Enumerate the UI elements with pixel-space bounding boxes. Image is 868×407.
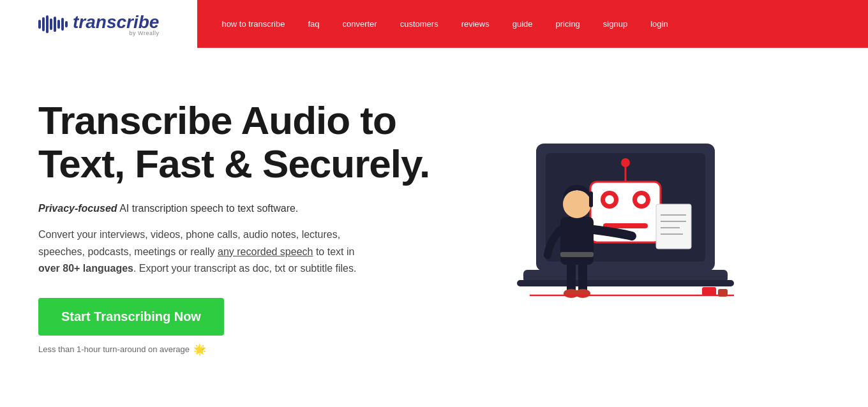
svg-point-20: [575, 289, 590, 298]
nav-item-signup[interactable]: signup: [592, 0, 639, 48]
logo-text: transcribe: [73, 12, 159, 32]
svg-rect-12: [656, 204, 691, 249]
start-transcribing-button[interactable]: Start Transcribing Now: [38, 298, 224, 336]
sparkle-icon: 🌟: [193, 343, 206, 355]
logo-icon: [38, 14, 68, 34]
description-link[interactable]: any recorded speech: [218, 246, 313, 257]
svg-rect-24: [589, 191, 593, 207]
svg-point-8: [637, 195, 646, 204]
nav-item-guide[interactable]: guide: [501, 0, 544, 48]
nav-item-login[interactable]: login: [639, 0, 679, 48]
svg-rect-22: [560, 252, 594, 257]
svg-rect-3: [517, 280, 734, 286]
hero-text: Transcribe Audio to Text, Fast & Securel…: [38, 86, 485, 355]
cta-subtext: Less than 1-hour turn-around on average …: [38, 343, 485, 355]
tagline-bold: Privacy-focused: [38, 203, 117, 214]
description: Convert your interviews, videos, phone c…: [38, 226, 370, 277]
nav-item-faq[interactable]: faq: [296, 0, 331, 48]
nav-item-how-to-transcribe[interactable]: how to transcribe: [210, 0, 296, 48]
tagline-rest: AI transcription speech to text software…: [117, 203, 299, 214]
nav-item-customers[interactable]: customers: [389, 0, 450, 48]
nav-item-pricing[interactable]: pricing: [544, 0, 592, 48]
nav: how to transcribe faq converter customer…: [197, 0, 868, 48]
description-part2: to text in: [313, 246, 354, 257]
main-content: Transcribe Audio to Text, Fast & Securel…: [0, 48, 868, 407]
svg-rect-17: [567, 262, 576, 293]
svg-point-23: [563, 190, 591, 218]
hero-illustration: [485, 86, 753, 309]
tagline: Privacy-focused AI transcription speech …: [38, 201, 485, 216]
svg-rect-18: [578, 262, 587, 293]
headline: Transcribe Audio to Text, Fast & Securel…: [38, 99, 485, 186]
description-bold: over 80+ languages: [38, 263, 133, 274]
nav-item-converter[interactable]: converter: [331, 0, 388, 48]
nav-item-reviews[interactable]: reviews: [450, 0, 501, 48]
header: transcribe by Wreally how to transcribe …: [0, 0, 868, 48]
svg-point-11: [621, 158, 630, 167]
cta-sub-text: Less than 1-hour turn-around on average: [38, 344, 190, 354]
svg-point-7: [605, 195, 614, 204]
svg-rect-27: [718, 289, 728, 297]
illustration-svg: [491, 93, 747, 309]
svg-rect-26: [702, 287, 716, 296]
description-part3: . Export your transcript as doc, txt or …: [133, 263, 356, 274]
logo[interactable]: transcribe by Wreally: [38, 12, 159, 36]
svg-rect-21: [560, 217, 594, 265]
